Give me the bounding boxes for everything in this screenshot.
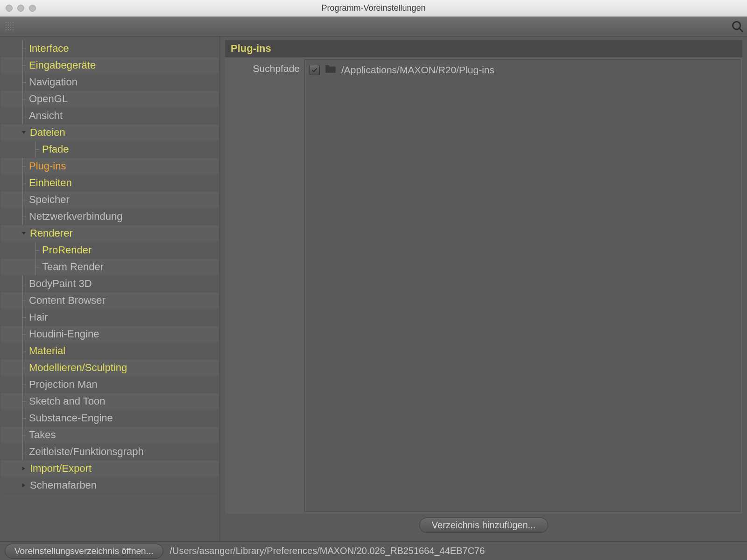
section-header: Plug-ins	[225, 40, 742, 57]
sidebar-item-houdini-engine[interactable]: Houdini-Engine	[1, 326, 218, 343]
branch-tick-icon	[21, 292, 26, 309]
sidebar-item-speicher[interactable]: Speicher	[1, 191, 218, 208]
add-dir-row: Verzeichnis hinzufügen...	[225, 514, 742, 538]
param-area: Suchpfade /Applications/MAXON/R20/Plug-i…	[225, 57, 742, 514]
svg-marker-2	[22, 131, 26, 134]
sidebar-item-label: Interface	[29, 40, 69, 57]
sidebar-item-material[interactable]: Material	[1, 343, 218, 359]
search-icon[interactable]	[731, 20, 744, 33]
sidebar-item-navigation[interactable]: Navigation	[1, 74, 218, 91]
sidebar-item-zeitleiste-funktionsgraph[interactable]: Zeitleiste/Funktionsgraph	[1, 443, 218, 460]
sidebar-item-label: Material	[29, 343, 65, 359]
sidebar-item-hair[interactable]: Hair	[1, 309, 218, 326]
branch-tick-icon	[21, 91, 26, 107]
branch-tick-icon	[21, 107, 26, 124]
sidebar-item-label: OpenGL	[29, 91, 68, 107]
param-label: Suchpfade	[225, 57, 304, 514]
branch-tick-icon	[34, 242, 39, 259]
sidebar-item-label: Navigation	[29, 74, 78, 91]
sidebar-item-opengl[interactable]: OpenGL	[1, 91, 218, 107]
search-paths-list[interactable]: /Applications/MAXON/R20/Plug-ins	[304, 59, 740, 512]
sidebar-item-label: Content Browser	[29, 292, 106, 309]
sidebar-item-einheiten[interactable]: Einheiten	[1, 175, 218, 191]
prefs-path: /Users/asanger/Library/Preferences/MAXON…	[170, 546, 485, 556]
sidebar-item-bodypaint-3d[interactable]: BodyPaint 3D	[1, 275, 218, 292]
sidebar-item-content-browser[interactable]: Content Browser	[1, 292, 218, 309]
sidebar-item-label: Pfade	[42, 141, 69, 158]
sidebar-item-label: Schemafarben	[30, 477, 97, 494]
sidebar-item-dateien[interactable]: Dateien	[1, 124, 218, 141]
toolbar	[0, 17, 747, 36]
sidebar-item-netzwerkverbindung[interactable]: Netzwerkverbindung	[1, 208, 218, 225]
sidebar-item-label: Ansicht	[29, 107, 63, 124]
sidebar-item-schemafarben[interactable]: Schemafarben	[1, 477, 218, 494]
window-title: Programm-Voreinstellungen	[0, 3, 747, 13]
chevron-down-icon[interactable]	[21, 230, 27, 237]
footer: Voreinstellungsverzeichnis öffnen... /Us…	[0, 541, 747, 560]
sidebar-item-label: Import/Export	[30, 460, 92, 477]
svg-marker-4	[22, 467, 25, 470]
branch-tick-icon	[21, 343, 26, 359]
chevron-right-icon[interactable]	[21, 465, 27, 472]
path-enabled-checkbox[interactable]	[310, 65, 320, 75]
open-prefs-folder-button[interactable]: Voreinstellungsverzeichnis öffnen...	[5, 544, 163, 559]
sidebar-item-substance-engine[interactable]: Substance-Engine	[1, 410, 218, 427]
branch-tick-icon	[21, 427, 26, 443]
branch-tick-icon	[34, 259, 39, 275]
sidebar-item-import-export[interactable]: Import/Export	[1, 460, 218, 477]
svg-marker-3	[22, 232, 26, 235]
sidebar-item-label: Dateien	[30, 124, 65, 141]
detail-panel: Plug-ins Suchpfade /Applications/MAXON/R…	[220, 36, 747, 541]
branch-tick-icon	[21, 74, 26, 91]
sidebar-item-eingabeger-te[interactable]: Eingabegeräte	[1, 57, 218, 74]
branch-tick-icon	[21, 275, 26, 292]
branch-tick-icon	[21, 208, 26, 225]
sidebar-item-label: Hair	[29, 309, 48, 326]
sidebar-item-label: Zeitleiste/Funktionsgraph	[29, 443, 144, 460]
preferences-tree: InterfaceEingabegeräteNavigationOpenGLAn…	[0, 36, 220, 541]
add-directory-button[interactable]: Verzeichnis hinzufügen...	[419, 518, 548, 533]
svg-marker-5	[22, 483, 25, 487]
sidebar-item-label: Netzwerkverbindung	[29, 208, 123, 225]
sidebar-item-pfade[interactable]: Pfade	[1, 141, 218, 158]
sidebar-item-label: Substance-Engine	[29, 410, 113, 427]
sidebar-item-label: Houdini-Engine	[29, 326, 99, 343]
sidebar-item-label: Projection Man	[29, 376, 98, 393]
branch-tick-icon	[21, 309, 26, 326]
sidebar-item-label: ProRender	[42, 242, 92, 259]
sidebar-item-interface[interactable]: Interface	[1, 40, 218, 57]
branch-tick-icon	[21, 191, 26, 208]
branch-tick-icon	[21, 410, 26, 427]
sidebar-item-plug-ins[interactable]: Plug-ins	[1, 158, 218, 175]
svg-point-0	[733, 21, 740, 29]
folder-icon[interactable]	[324, 63, 337, 76]
sidebar-item-label: Modellieren/Sculpting	[29, 359, 127, 376]
branch-tick-icon	[21, 40, 26, 57]
sidebar-item-ansicht[interactable]: Ansicht	[1, 107, 218, 124]
branch-tick-icon	[21, 393, 26, 410]
grip-icon[interactable]	[5, 21, 15, 32]
sidebar-item-projection-man[interactable]: Projection Man	[1, 376, 218, 393]
sidebar-item-label: Takes	[29, 427, 56, 443]
branch-tick-icon	[21, 326, 26, 343]
sidebar-item-label: Einheiten	[29, 175, 72, 191]
branch-tick-icon	[21, 443, 26, 460]
chevron-right-icon[interactable]	[21, 482, 27, 489]
branch-tick-icon	[21, 376, 26, 393]
sidebar-item-label: BodyPaint 3D	[29, 275, 92, 292]
branch-tick-icon	[21, 359, 26, 376]
sidebar-item-modellieren-sculpting[interactable]: Modellieren/Sculpting	[1, 359, 218, 376]
sidebar-item-team-render[interactable]: Team Render	[1, 259, 218, 275]
sidebar-item-takes[interactable]: Takes	[1, 427, 218, 443]
sidebar-item-label: Team Render	[42, 259, 104, 275]
path-value: /Applications/MAXON/R20/Plug-ins	[341, 64, 494, 76]
sidebar-item-prorender[interactable]: ProRender	[1, 242, 218, 259]
svg-line-1	[740, 28, 743, 32]
chevron-down-icon[interactable]	[21, 129, 27, 136]
sidebar-item-renderer[interactable]: Renderer	[1, 225, 218, 242]
sidebar-item-sketch-and-toon[interactable]: Sketch and Toon	[1, 393, 218, 410]
branch-tick-icon	[21, 57, 26, 74]
search-path-row[interactable]: /Applications/MAXON/R20/Plug-ins	[310, 63, 735, 76]
sidebar-item-label: Renderer	[30, 225, 73, 242]
branch-tick-icon	[21, 158, 26, 175]
